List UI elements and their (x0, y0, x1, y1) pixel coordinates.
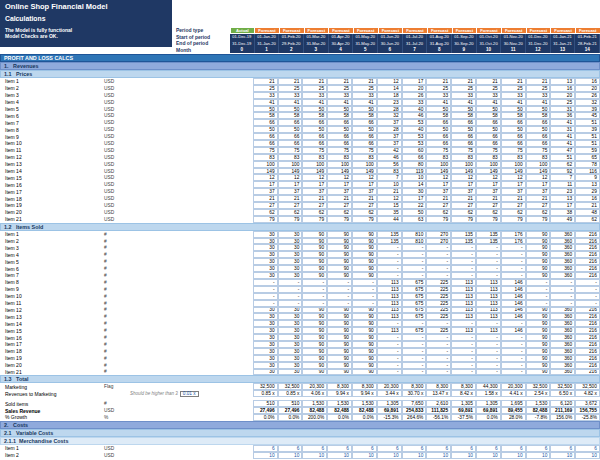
items-sold-cell[interactable]: 90 (352, 258, 377, 265)
price-cell[interactable]: 12 (476, 174, 501, 181)
price-cell[interactable]: 33 (402, 99, 427, 106)
items-sold-cell[interactable]: 90 (302, 231, 327, 238)
items-sold-cell[interactable]: 113 (476, 327, 501, 334)
value-cell[interactable]: 156.0% (550, 414, 575, 421)
value-cell[interactable]: 20,300 (302, 383, 327, 390)
price-cell[interactable]: 21 (327, 78, 352, 85)
items-sold-cell[interactable]: - (377, 272, 402, 279)
price-cell[interactable]: 33 (278, 92, 303, 99)
price-cell[interactable]: 16 (575, 78, 600, 85)
items-sold-cell[interactable]: 90 (352, 313, 377, 320)
price-cell[interactable]: 21 (278, 78, 303, 85)
items-sold-cell[interactable]: 90 (327, 327, 352, 334)
price-cell[interactable]: 12 (302, 174, 327, 181)
items-sold-cell[interactable]: 30 (253, 320, 278, 327)
price-cell[interactable]: 12 (377, 195, 402, 202)
price-cell[interactable]: 58 (253, 112, 278, 119)
merchandise-cost-cell[interactable]: 10 (377, 452, 402, 459)
items-sold-cell[interactable]: - (451, 251, 476, 258)
price-cell[interactable]: 12 (426, 174, 451, 181)
items-sold-cell[interactable]: 90 (352, 307, 377, 314)
items-sold-cell[interactable]: 360 (550, 327, 575, 334)
items-sold-cell[interactable]: - (426, 348, 451, 355)
items-sold-cell[interactable]: 216 (575, 369, 600, 376)
month-number-cell[interactable]: 9 (452, 47, 477, 54)
price-cell[interactable]: 12 (377, 78, 402, 85)
period-type-cell[interactable]: Forecast (379, 28, 403, 34)
price-cell[interactable]: 33 (302, 92, 327, 99)
price-cell[interactable]: 33 (253, 92, 278, 99)
items-sold-cell[interactable]: 30 (278, 258, 303, 265)
price-cell[interactable]: 32 (377, 112, 402, 119)
price-cell[interactable]: 83 (302, 154, 327, 161)
items-sold-cell[interactable]: 90 (327, 307, 352, 314)
items-sold-cell[interactable]: - (526, 286, 551, 293)
merchandise-cost-cell[interactable]: 6 (377, 445, 402, 452)
items-sold-cell[interactable]: 90 (526, 313, 551, 320)
price-cell[interactable]: 53 (402, 140, 427, 147)
items-sold-cell[interactable]: - (476, 369, 501, 376)
items-sold-cell[interactable]: 360 (550, 272, 575, 279)
items-sold-cell[interactable]: 90 (302, 244, 327, 251)
value-cell[interactable]: 82,488 (327, 407, 352, 414)
price-cell[interactable]: 36 (550, 112, 575, 119)
price-cell[interactable]: 50 (278, 126, 303, 133)
items-sold-cell[interactable]: 113 (377, 293, 402, 300)
price-cell[interactable]: 62 (451, 209, 476, 216)
items-sold-cell[interactable]: 90 (302, 355, 327, 362)
price-cell[interactable]: 83 (253, 154, 278, 161)
price-cell[interactable]: 27 (302, 202, 327, 209)
value-cell[interactable]: 1,305 (377, 400, 402, 407)
items-sold-cell[interactable]: 90 (526, 320, 551, 327)
items-sold-cell[interactable]: 30 (253, 251, 278, 258)
price-cell[interactable]: 48 (575, 209, 600, 216)
items-sold-cell[interactable]: - (377, 341, 402, 348)
items-sold-cell[interactable]: - (501, 341, 526, 348)
items-sold-cell[interactable]: 30 (278, 272, 303, 279)
items-sold-cell[interactable]: - (476, 334, 501, 341)
price-cell[interactable]: 50 (501, 126, 526, 133)
price-cell[interactable]: 58 (426, 112, 451, 119)
price-cell[interactable]: 10 (377, 181, 402, 188)
value-cell[interactable]: 30.70 x (402, 390, 427, 397)
price-cell[interactable]: 27 (476, 202, 501, 209)
price-cell[interactable]: 31 (550, 106, 575, 113)
price-cell[interactable]: 12 (327, 174, 352, 181)
price-cell[interactable]: 62 (253, 209, 278, 216)
price-cell[interactable]: 58 (526, 112, 551, 119)
price-cell[interactable]: 66 (501, 133, 526, 140)
price-cell[interactable]: 51 (575, 133, 600, 140)
price-cell[interactable]: 21 (501, 78, 526, 85)
items-sold-cell[interactable]: 675 (402, 313, 427, 320)
price-cell[interactable]: 75 (302, 147, 327, 154)
price-cell[interactable]: 33 (451, 92, 476, 99)
items-sold-cell[interactable]: 360 (550, 251, 575, 258)
value-cell[interactable]: -37.5% (451, 414, 476, 421)
period-type-cell[interactable]: Forecast (354, 28, 378, 34)
price-cell[interactable]: 66 (402, 154, 427, 161)
price-cell[interactable]: 12 (526, 174, 551, 181)
items-sold-cell[interactable]: 90 (302, 341, 327, 348)
price-cell[interactable]: 149 (526, 168, 551, 175)
price-cell[interactable]: 17 (426, 181, 451, 188)
price-cell[interactable]: 50 (278, 106, 303, 113)
items-sold-cell[interactable]: 360 (550, 320, 575, 327)
items-sold-cell[interactable]: 30 (253, 334, 278, 341)
price-cell[interactable]: 11 (550, 181, 575, 188)
price-cell[interactable]: 75 (253, 147, 278, 154)
items-sold-cell[interactable]: 30 (278, 251, 303, 258)
items-sold-cell[interactable]: 90 (352, 362, 377, 369)
items-sold-cell[interactable]: 360 (550, 334, 575, 341)
items-sold-cell[interactable]: 30 (278, 355, 303, 362)
merchandise-cost-cell[interactable]: 6 (302, 445, 327, 452)
price-cell[interactable]: 27 (278, 202, 303, 209)
value-cell[interactable]: 13.47 x (426, 390, 451, 397)
price-cell[interactable]: 38 (550, 209, 575, 216)
price-cell[interactable]: 33 (327, 92, 352, 99)
price-cell[interactable]: 41 (327, 99, 352, 106)
items-sold-cell[interactable]: - (575, 300, 600, 307)
items-sold-cell[interactable]: - (476, 341, 501, 348)
price-cell[interactable]: 46 (377, 154, 402, 161)
items-sold-cell[interactable]: - (575, 279, 600, 286)
price-cell[interactable]: 92 (550, 168, 575, 175)
